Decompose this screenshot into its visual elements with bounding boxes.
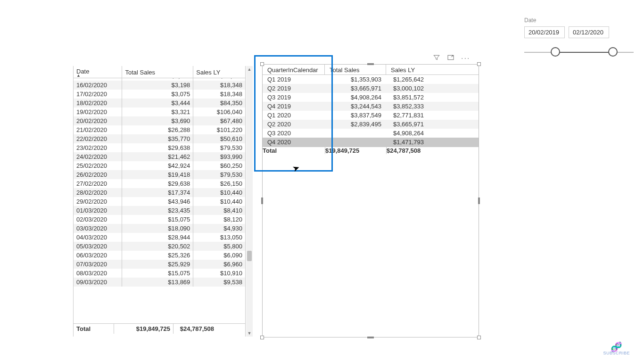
table-row[interactable]: 09/03/2020$13,869$9,538: [74, 278, 245, 287]
table-row[interactable]: 17/02/2020$3,075$18,348: [74, 90, 245, 99]
table-row[interactable]: Q3 2020$4,908,264: [263, 129, 479, 138]
slider-handle-start[interactable]: [551, 47, 560, 57]
table-row[interactable]: 02/03/2020$15,075$8,120: [74, 215, 245, 224]
table-row[interactable]: Q2 2020$2,839,495$3,665,971: [263, 120, 479, 129]
table-row[interactable]: Q4 2019$3,244,543$3,852,333: [263, 102, 479, 111]
table-row[interactable]: 04/03/2020$28,944$13,050: [74, 233, 245, 242]
table-row[interactable]: Q1 2019$1,353,903$1,265,642: [263, 75, 479, 84]
daily-sales-scrollbar[interactable]: ▲ ▼: [246, 66, 253, 337]
resize-handle[interactable]: [477, 62, 481, 66]
subscribe-watermark: 🧬 SUBSCRIBE: [603, 343, 630, 355]
table-row[interactable]: 07/03/2020$25,929$6,960: [74, 260, 245, 269]
visual-header-actions: ···: [433, 54, 470, 63]
table-row[interactable]: Q2 2019$3,665,971$3,000,102: [263, 84, 479, 93]
date-slicer-label: Date: [524, 17, 638, 24]
scroll-down-icon[interactable]: ▼: [246, 330, 253, 337]
quarter-sales-table[interactable]: QuarterInCalendar Total Sales Sales LY Q…: [262, 64, 479, 337]
table-row[interactable]: 19/02/2020$3,321$106,040: [74, 107, 245, 116]
col-header-date[interactable]: Date ▲: [74, 66, 122, 78]
table-row[interactable]: 21/02/2020$26,288$101,220: [74, 125, 245, 134]
daily-sales-table: Date ▲ Total Sales Sales LY 15/02/2020$2…: [73, 66, 246, 337]
table-row[interactable]: 16/02/2020$3,198$18,348: [74, 81, 245, 90]
date-range-boxes: 20/02/2019 02/12/2020: [524, 26, 638, 38]
date-slicer: Date 20/02/2019 02/12/2020: [524, 17, 638, 56]
table-row[interactable]: 22/02/2020$35,770$50,610: [74, 134, 245, 143]
scroll-up-icon[interactable]: ▲: [246, 66, 253, 73]
total-sales-value: $19,849,725: [325, 147, 386, 154]
quarter-header-row: QuarterInCalendar Total Sales Sales LY: [263, 65, 479, 75]
total-label: Total: [74, 324, 114, 334]
table-row[interactable]: 25/02/2020$42,924$60,250: [74, 161, 245, 170]
date-end-input[interactable]: 02/12/2020: [569, 26, 609, 38]
total-ly-value: $24,787,508: [386, 147, 429, 154]
quarter-total-row: Total $19,849,725 $24,787,508: [263, 147, 479, 154]
resize-handle[interactable]: [367, 63, 374, 65]
col-header-sales-ly[interactable]: Sales LY: [193, 66, 245, 78]
table-row[interactable]: 28/02/2020$17,374$10,440: [74, 188, 245, 197]
table-row[interactable]: Q3 2019$4,908,264$3,851,572: [263, 93, 479, 102]
slider-handle-end[interactable]: [608, 47, 618, 57]
total-sales-value: $19,849,725: [114, 324, 173, 334]
table-row[interactable]: 03/03/2020$18,090$4,930: [74, 224, 245, 233]
col-header-sales-ly[interactable]: Sales LY: [386, 65, 433, 74]
daily-sales-total-row: Total $19,849,725 $24,787,508: [74, 323, 245, 334]
resize-handle[interactable]: [477, 336, 481, 339]
table-row[interactable]: 24/02/2020$21,462$93,990: [74, 152, 245, 161]
scroll-thumb[interactable]: [247, 251, 252, 261]
slider-fill: [555, 52, 613, 53]
dna-icon: 🧬: [603, 343, 630, 351]
table-row[interactable]: Q4 2020$1,471,793: [263, 138, 479, 147]
resize-handle[interactable]: [478, 197, 480, 204]
filter-icon[interactable]: [433, 54, 440, 63]
daily-sales-header: Date ▲ Total Sales Sales LY: [74, 66, 245, 78]
focus-mode-icon[interactable]: [447, 54, 454, 63]
date-start-input[interactable]: 20/02/2019: [524, 26, 565, 38]
table-row[interactable]: 27/02/2020$29,638$26,150: [74, 179, 245, 188]
table-row[interactable]: 26/02/2020$19,418$79,530: [74, 170, 245, 179]
col-header-total-sales[interactable]: Total Sales: [122, 66, 193, 78]
date-slider[interactable]: [524, 49, 634, 56]
table-row[interactable]: 29/02/2020$43,946$10,440: [74, 197, 245, 206]
more-options-icon[interactable]: ···: [461, 57, 470, 60]
table-row[interactable]: 23/02/2020$29,638$79,530: [74, 143, 245, 152]
table-row[interactable]: 20/02/2020$3,690$67,480: [74, 116, 245, 125]
resize-handle[interactable]: [260, 336, 264, 339]
quarter-body[interactable]: Q1 2019$1,353,903$1,265,642Q2 2019$3,665…: [263, 75, 479, 147]
table-row[interactable]: 01/03/2020$23,435$8,410: [74, 206, 245, 215]
total-label: Total: [263, 147, 325, 154]
daily-sales-body[interactable]: 15/02/2020$2,091$26,68816/02/2020$3,198$…: [74, 78, 245, 323]
table-row[interactable]: 05/03/2020$20,502$5,800: [74, 242, 245, 251]
col-header-total-sales[interactable]: Total Sales: [325, 65, 386, 74]
resize-handle[interactable]: [261, 197, 263, 204]
resize-handle[interactable]: [260, 62, 264, 66]
table-row[interactable]: 18/02/2020$3,444$84,350: [74, 99, 245, 107]
table-row[interactable]: 08/03/2020$15,075$10,910: [74, 269, 245, 278]
table-row[interactable]: 06/03/2020$25,326$6,090: [74, 251, 245, 260]
table-row[interactable]: Q1 2020$3,837,549$2,771,831: [263, 111, 479, 120]
resize-handle[interactable]: [367, 337, 374, 338]
col-header-quarter[interactable]: QuarterInCalendar: [263, 65, 325, 74]
total-ly-value: $24,787,508: [173, 324, 217, 334]
